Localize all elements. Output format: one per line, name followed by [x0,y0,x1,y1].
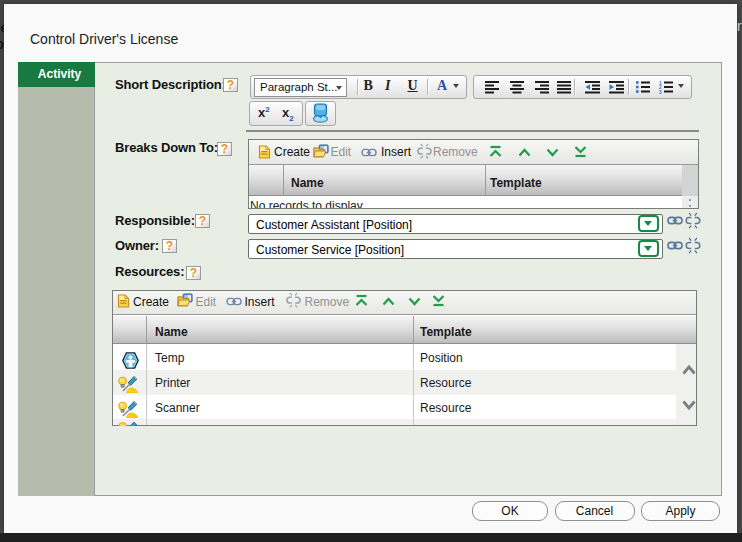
svg-text:3: 3 [659,90,662,94]
